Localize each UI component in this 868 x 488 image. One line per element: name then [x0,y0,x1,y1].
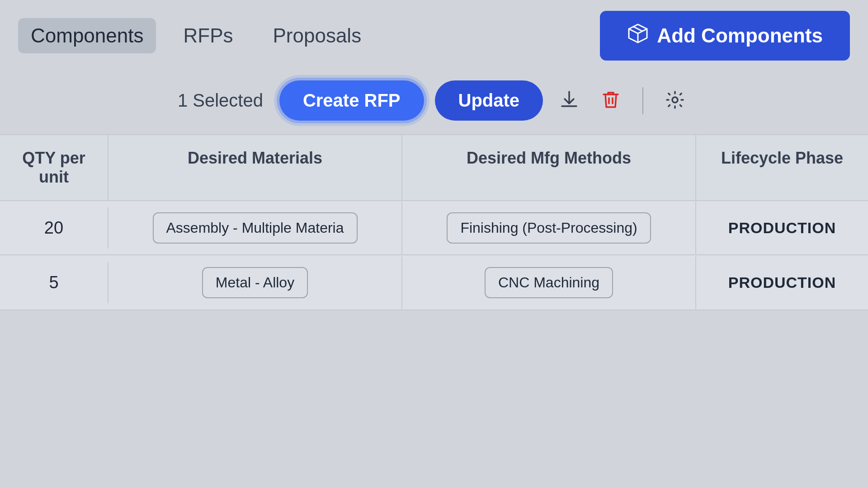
row2-lifecycle-text: PRODUCTION [728,274,836,291]
create-rfp-button[interactable]: Create RFP [279,80,424,121]
row2-lifecycle-phase: PRODUCTION [696,263,868,302]
top-navigation: Components RFPs Proposals Add Components [0,0,868,71]
components-table: QTY per unit Desired Materials Desired M… [0,134,868,310]
row1-lifecycle-text: PRODUCTION [728,219,836,237]
download-button[interactable] [554,84,585,117]
row1-desired-materials: Assembly - Multiple Materia [108,202,402,254]
table-row: 20 Assembly - Multiple Materia Finishing… [0,201,868,255]
tab-rfps[interactable]: RFPs [170,18,245,53]
row2-materials-tag[interactable]: Metal - Alloy [202,267,308,298]
gear-icon [665,90,685,111]
settings-button[interactable] [660,84,690,117]
download-icon [559,90,579,111]
row2-desired-mfg-methods: CNC Machining [402,256,696,309]
row2-mfg-tag[interactable]: CNC Machining [485,267,613,298]
tab-proposals[interactable]: Proposals [260,18,374,53]
row2-desired-materials: Metal - Alloy [108,256,402,309]
trash-icon [601,90,621,111]
row1-materials-tag[interactable]: Assembly - Multiple Materia [153,212,358,244]
th-desired-mfg-methods: Desired Mfg Methods [402,135,696,200]
nav-tabs: Components RFPs Proposals [18,18,374,53]
th-desired-materials: Desired Materials [108,135,402,200]
th-qty: QTY per unit [0,135,108,200]
row1-qty: 20 [0,207,108,249]
delete-button[interactable] [595,84,626,117]
update-button[interactable]: Update [435,80,543,121]
table-header: QTY per unit Desired Materials Desired M… [0,135,868,201]
row1-desired-mfg-methods: Finishing (Post-Processing) [402,202,696,254]
box-icon [627,23,649,49]
add-components-label: Add Components [657,24,823,47]
row1-mfg-tag[interactable]: Finishing (Post-Processing) [447,212,651,244]
th-lifecycle-phase: Lifecycle Phase [696,135,868,200]
row1-lifecycle-phase: PRODUCTION [696,208,868,248]
selected-count-label: 1 Selected [178,90,263,111]
table-row: 5 Metal - Alloy CNC Machining PRODUCTION [0,255,868,310]
tab-components[interactable]: Components [18,18,156,53]
svg-point-0 [672,97,678,103]
divider [642,87,643,114]
add-components-button[interactable]: Add Components [600,11,850,61]
row2-qty: 5 [0,262,108,303]
action-bar: 1 Selected Create RFP Update [0,71,868,134]
